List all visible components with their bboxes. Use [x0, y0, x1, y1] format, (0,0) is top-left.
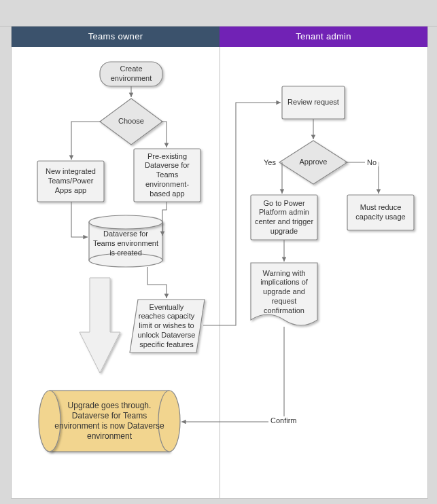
conn-preexist-to-dvcreated: [162, 202, 167, 236]
big-arrow-icon: [80, 278, 120, 373]
label-no: No: [365, 158, 379, 166]
label-must-reduce: Must reduce capacity usage: [347, 195, 414, 230]
label-approve: Approve: [293, 156, 334, 169]
conn-approve-to-mustreduce: [345, 162, 379, 194]
top-bar: [0, 0, 437, 26]
label-eventually: Eventually reaches capacity limit or wis…: [133, 301, 200, 351]
label-preexisting: Pre-existing Dataverse for Teams environ…: [134, 149, 200, 202]
conn-choose-to-preexist: [161, 122, 167, 147]
label-confirm: Confirm: [268, 416, 299, 425]
conn-choose-to-newint: [71, 122, 101, 160]
conn-dvcreated-to-eventually: [147, 267, 167, 298]
swimlane-panel: Teams owner Tenant admin: [11, 26, 428, 499]
label-yes: Yes: [262, 158, 278, 166]
label-dataverse-created: Dataverse for Teams environment is creat…: [89, 225, 162, 263]
label-warning: Warning with implications of upgrade and…: [251, 266, 317, 319]
label-choose: Choose: [111, 113, 152, 130]
label-upgrade-goes-through: Upgrade goes through. Dataverse for Team…: [51, 397, 168, 445]
diagram-stage: Teams owner Tenant admin: [0, 0, 437, 504]
label-review-request: Review request: [282, 86, 345, 119]
conn-newint-to-dvcreated: [71, 202, 88, 237]
label-goto-admin: Go to Power Platform admin center and tr…: [251, 195, 317, 240]
label-create-environment: Create environment: [100, 62, 162, 86]
label-new-integrated: New integrated Teams/Power Apps app: [37, 161, 104, 202]
